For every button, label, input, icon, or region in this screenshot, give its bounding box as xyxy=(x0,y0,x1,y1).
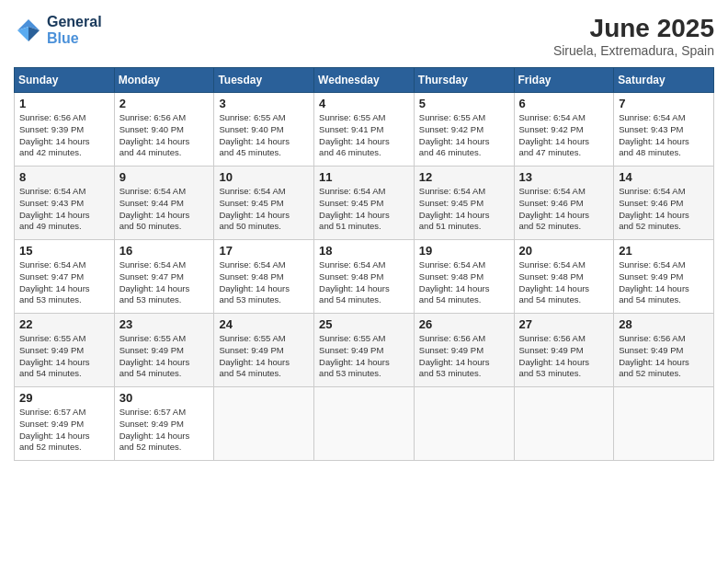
daylight-text: Daylight: 14 hoursand 49 minutes. xyxy=(19,210,90,232)
calendar-cell: 14 Sunrise: 6:54 AM Sunset: 9:46 PM Dayl… xyxy=(614,167,714,240)
sunset-text: Sunset: 9:44 PM xyxy=(119,198,184,208)
sunrise-text: Sunrise: 6:55 AM xyxy=(219,333,285,343)
sunrise-text: Sunrise: 6:56 AM xyxy=(419,333,485,343)
col-wednesday: Wednesday xyxy=(314,68,415,93)
title-area: June 2025 Siruela, Extremadura, Spain xyxy=(553,14,714,58)
logo-text: General Blue xyxy=(47,14,102,47)
logo-icon xyxy=(14,16,43,45)
daylight-text: Daylight: 14 hoursand 53 minutes. xyxy=(119,283,190,305)
calendar-cell: 18 Sunrise: 6:54 AM Sunset: 9:48 PM Dayl… xyxy=(314,240,415,314)
calendar-cell: 11 Sunrise: 6:54 AM Sunset: 9:45 PM Dayl… xyxy=(314,167,415,240)
sunset-text: Sunset: 9:48 PM xyxy=(419,271,483,282)
col-monday: Monday xyxy=(114,68,214,93)
sunrise-text: Sunrise: 6:54 AM xyxy=(619,186,685,196)
sunset-text: Sunset: 9:40 PM xyxy=(219,124,283,134)
day-number: 10 xyxy=(219,170,309,184)
sunrise-text: Sunrise: 6:56 AM xyxy=(519,333,586,343)
day-info: Sunrise: 6:56 AM Sunset: 9:49 PM Dayligh… xyxy=(619,333,709,380)
day-info: Sunrise: 6:54 AM Sunset: 9:46 PM Dayligh… xyxy=(519,186,609,233)
day-number: 26 xyxy=(419,317,509,331)
calendar-cell: 29 Sunrise: 6:57 AM Sunset: 9:49 PM Dayl… xyxy=(15,387,115,461)
sunrise-text: Sunrise: 6:54 AM xyxy=(419,259,485,270)
sunset-text: Sunset: 9:42 PM xyxy=(419,124,483,134)
day-info: Sunrise: 6:55 AM Sunset: 9:49 PM Dayligh… xyxy=(219,333,309,380)
daylight-text: Daylight: 14 hoursand 54 minutes. xyxy=(119,357,190,379)
sunrise-text: Sunrise: 6:54 AM xyxy=(519,186,586,196)
calendar-week-row: 15 Sunrise: 6:54 AM Sunset: 9:47 PM Dayl… xyxy=(15,240,714,314)
sunrise-text: Sunrise: 6:54 AM xyxy=(619,259,685,270)
day-info: Sunrise: 6:56 AM Sunset: 9:49 PM Dayligh… xyxy=(419,333,509,380)
daylight-text: Daylight: 14 hoursand 50 minutes. xyxy=(219,210,290,232)
sunset-text: Sunset: 9:47 PM xyxy=(19,271,84,282)
calendar-cell: 20 Sunrise: 6:54 AM Sunset: 9:48 PM Dayl… xyxy=(514,240,614,314)
daylight-text: Daylight: 14 hoursand 46 minutes. xyxy=(419,136,490,158)
day-number: 7 xyxy=(619,97,709,110)
day-info: Sunrise: 6:54 AM Sunset: 9:46 PM Dayligh… xyxy=(619,186,709,233)
sunset-text: Sunset: 9:49 PM xyxy=(419,345,483,355)
sunset-text: Sunset: 9:49 PM xyxy=(119,345,184,355)
day-number: 16 xyxy=(119,244,210,258)
sunrise-text: Sunrise: 6:57 AM xyxy=(19,407,85,417)
sunrise-text: Sunrise: 6:55 AM xyxy=(319,112,385,122)
calendar-cell: 9 Sunrise: 6:54 AM Sunset: 9:44 PM Dayli… xyxy=(114,167,214,240)
sunrise-text: Sunrise: 6:54 AM xyxy=(419,186,485,196)
sunset-text: Sunset: 9:48 PM xyxy=(519,271,584,282)
daylight-text: Daylight: 14 hoursand 54 minutes. xyxy=(619,283,689,305)
sunrise-text: Sunrise: 6:56 AM xyxy=(19,112,85,122)
day-info: Sunrise: 6:54 AM Sunset: 9:48 PM Dayligh… xyxy=(219,259,309,306)
sunrise-text: Sunrise: 6:54 AM xyxy=(519,259,586,270)
calendar-cell: 6 Sunrise: 6:54 AM Sunset: 9:42 PM Dayli… xyxy=(514,93,614,167)
day-number: 1 xyxy=(19,97,109,110)
day-number: 18 xyxy=(319,244,409,258)
calendar-cell: 26 Sunrise: 6:56 AM Sunset: 9:49 PM Dayl… xyxy=(414,314,514,387)
calendar-cell: 2 Sunrise: 6:56 AM Sunset: 9:40 PM Dayli… xyxy=(114,93,214,167)
day-info: Sunrise: 6:54 AM Sunset: 9:43 PM Dayligh… xyxy=(619,112,709,159)
calendar-cell: 12 Sunrise: 6:54 AM Sunset: 9:45 PM Dayl… xyxy=(414,167,514,240)
col-saturday: Saturday xyxy=(614,68,714,93)
calendar-cell xyxy=(614,387,714,461)
sunset-text: Sunset: 9:48 PM xyxy=(219,271,283,282)
sunrise-text: Sunrise: 6:54 AM xyxy=(119,186,186,196)
daylight-text: Daylight: 14 hoursand 52 minutes. xyxy=(119,431,190,453)
day-info: Sunrise: 6:54 AM Sunset: 9:45 PM Dayligh… xyxy=(219,186,309,233)
calendar-cell: 4 Sunrise: 6:55 AM Sunset: 9:41 PM Dayli… xyxy=(314,93,415,167)
day-number: 15 xyxy=(19,244,109,258)
sunset-text: Sunset: 9:43 PM xyxy=(19,198,84,208)
sunset-text: Sunset: 9:43 PM xyxy=(619,124,683,134)
day-info: Sunrise: 6:57 AM Sunset: 9:49 PM Dayligh… xyxy=(119,407,210,454)
day-info: Sunrise: 6:54 AM Sunset: 9:42 PM Dayligh… xyxy=(519,112,609,159)
day-info: Sunrise: 6:56 AM Sunset: 9:49 PM Dayligh… xyxy=(519,333,609,380)
day-info: Sunrise: 6:54 AM Sunset: 9:47 PM Dayligh… xyxy=(19,259,109,306)
daylight-text: Daylight: 14 hoursand 54 minutes. xyxy=(19,357,90,379)
day-info: Sunrise: 6:54 AM Sunset: 9:47 PM Dayligh… xyxy=(119,259,210,306)
sunset-text: Sunset: 9:49 PM xyxy=(319,345,383,355)
day-number: 11 xyxy=(319,170,409,184)
day-info: Sunrise: 6:55 AM Sunset: 9:49 PM Dayligh… xyxy=(19,333,109,380)
calendar-cell: 23 Sunrise: 6:55 AM Sunset: 9:49 PM Dayl… xyxy=(114,314,214,387)
day-number: 19 xyxy=(419,244,509,258)
calendar-week-row: 29 Sunrise: 6:57 AM Sunset: 9:49 PM Dayl… xyxy=(15,387,714,461)
day-number: 30 xyxy=(119,391,210,405)
calendar-cell xyxy=(414,387,514,461)
daylight-text: Daylight: 14 hoursand 44 minutes. xyxy=(119,136,190,158)
sunset-text: Sunset: 9:49 PM xyxy=(619,271,683,282)
daylight-text: Daylight: 14 hoursand 47 minutes. xyxy=(519,136,590,158)
col-friday: Friday xyxy=(514,68,614,93)
sunrise-text: Sunrise: 6:56 AM xyxy=(119,112,186,122)
daylight-text: Daylight: 14 hoursand 54 minutes. xyxy=(419,283,490,305)
sunset-text: Sunset: 9:47 PM xyxy=(119,271,184,282)
calendar-cell: 15 Sunrise: 6:54 AM Sunset: 9:47 PM Dayl… xyxy=(15,240,115,314)
calendar-cell xyxy=(514,387,614,461)
calendar-cell: 25 Sunrise: 6:55 AM Sunset: 9:49 PM Dayl… xyxy=(314,314,415,387)
daylight-text: Daylight: 14 hoursand 50 minutes. xyxy=(119,210,190,232)
day-info: Sunrise: 6:54 AM Sunset: 9:45 PM Dayligh… xyxy=(419,186,509,233)
daylight-text: Daylight: 14 hoursand 51 minutes. xyxy=(319,210,390,232)
calendar-table: Sunday Monday Tuesday Wednesday Thursday… xyxy=(14,67,714,461)
calendar-cell: 16 Sunrise: 6:54 AM Sunset: 9:47 PM Dayl… xyxy=(114,240,214,314)
day-info: Sunrise: 6:55 AM Sunset: 9:49 PM Dayligh… xyxy=(319,333,409,380)
calendar-cell: 22 Sunrise: 6:55 AM Sunset: 9:49 PM Dayl… xyxy=(15,314,115,387)
logo: General Blue xyxy=(14,14,102,47)
day-number: 8 xyxy=(19,170,109,184)
daylight-text: Daylight: 14 hoursand 53 minutes. xyxy=(519,357,590,379)
daylight-text: Daylight: 14 hoursand 54 minutes. xyxy=(519,283,590,305)
